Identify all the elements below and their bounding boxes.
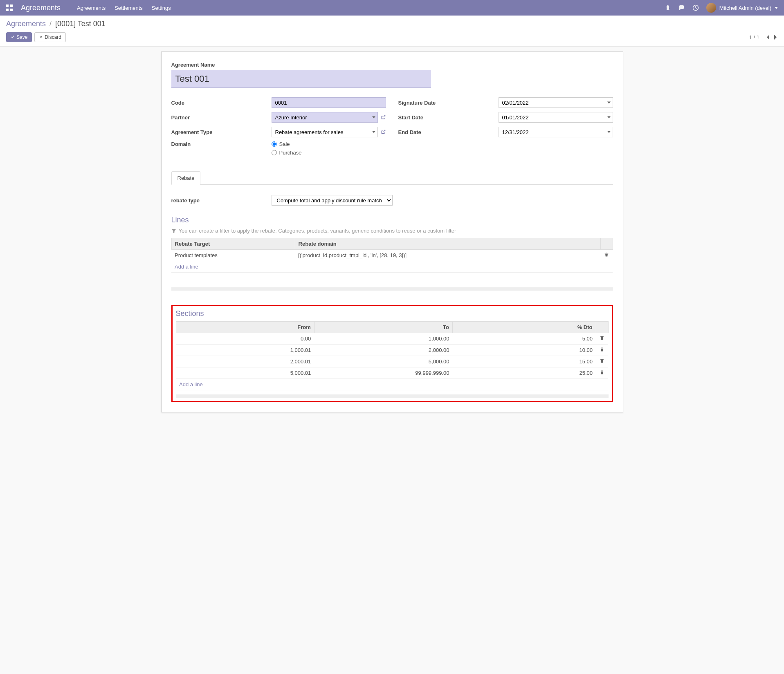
add-line[interactable]: Add a line [171, 261, 613, 273]
nav-menu: Agreements Settlements Settings [77, 5, 171, 11]
discard-button-label: Discard [45, 34, 61, 40]
breadcrumb-current: [0001] Test 001 [55, 20, 106, 28]
scrollbar[interactable] [176, 394, 609, 398]
table-row[interactable]: Product templates[('product_id.product_t… [171, 250, 613, 261]
pager-text: 1 / 1 [749, 34, 759, 40]
save-button-label: Save [16, 34, 27, 40]
trash-icon[interactable] [604, 252, 609, 257]
sigdate-label: Signature Date [398, 100, 499, 106]
domain-sale-radio[interactable]: Sale [272, 141, 302, 147]
name-input[interactable] [171, 70, 431, 88]
name-label: Agreement Name [171, 62, 613, 68]
nav-agreements[interactable]: Agreements [77, 5, 106, 11]
partner-input[interactable] [272, 112, 378, 123]
tabs: Rebate [171, 171, 613, 185]
lines-table: Rebate Target Rebate domain Product temp… [171, 238, 613, 283]
svg-rect-1 [10, 4, 13, 7]
scrollbar[interactable] [171, 287, 613, 291]
filter-icon [171, 228, 176, 233]
partner-label: Partner [171, 114, 272, 121]
user-name: Mitchell Admin (devel) [719, 5, 771, 11]
navbar-brand: Agreements [21, 4, 61, 12]
svg-rect-3 [10, 9, 13, 11]
svg-rect-2 [6, 9, 9, 11]
bug-icon[interactable] [665, 4, 671, 11]
type-input[interactable] [272, 127, 378, 137]
save-button[interactable]: Save [6, 32, 32, 42]
external-link-icon[interactable] [380, 129, 386, 135]
trash-icon[interactable] [600, 347, 604, 352]
th-target: Rebate Target [171, 238, 295, 250]
table-row[interactable]: 2,000.015,000.0015.00 [176, 356, 608, 367]
chat-icon[interactable] [678, 4, 685, 11]
control-panel: Agreements / [0001] Test 001 Save Discar… [0, 16, 784, 47]
user-menu[interactable]: Mitchell Admin (devel) [706, 3, 778, 13]
sections-title: Sections [176, 309, 609, 318]
code-label: Code [171, 100, 272, 106]
rebate-type-select[interactable]: Compute total and apply discount rule ma… [272, 195, 393, 206]
sections-highlight: Sections From To % Dto 0.001,000.005.001… [171, 305, 613, 402]
end-label: End Date [398, 129, 499, 135]
code-input[interactable] [272, 97, 386, 108]
form-sheet: Agreement Name Code Partner Agreement Ty… [161, 52, 623, 412]
add-section-line[interactable]: Add a line [176, 379, 608, 390]
nav-settlements[interactable]: Settlements [115, 5, 143, 11]
table-row[interactable]: 1,000.012,000.0010.00 [176, 345, 608, 356]
domain-purchase-radio[interactable]: Purchase [272, 150, 302, 156]
lines-title: Lines [171, 216, 613, 224]
domain-label: Domain [171, 141, 272, 147]
type-label: Agreement Type [171, 129, 272, 135]
lines-hint: You can create a filter to apply the reb… [171, 228, 613, 234]
table-row[interactable]: 0.001,000.005.00 [176, 333, 608, 345]
breadcrumb-parent[interactable]: Agreements [6, 20, 46, 28]
external-link-icon[interactable] [380, 114, 386, 120]
svg-rect-0 [6, 4, 9, 7]
nav-settings[interactable]: Settings [152, 5, 171, 11]
sigdate-input[interactable] [499, 97, 613, 108]
chevron-down-icon [775, 7, 778, 9]
th-domain: Rebate domain [295, 238, 600, 250]
trash-icon[interactable] [600, 358, 604, 363]
navbar: Agreements Agreements Settlements Settin… [0, 0, 784, 16]
rebate-type-label: rebate type [171, 197, 272, 204]
th-dto: % Dto [452, 322, 596, 333]
start-label: Start Date [398, 114, 499, 121]
pager-prev-icon[interactable] [766, 34, 771, 40]
th-from: From [176, 322, 314, 333]
table-row[interactable]: 5,000.0199,999,999.0025.00 [176, 367, 608, 379]
trash-icon[interactable] [600, 336, 604, 340]
th-to: To [314, 322, 452, 333]
tab-rebate[interactable]: Rebate [171, 171, 201, 185]
breadcrumb: Agreements / [0001] Test 001 [6, 20, 778, 28]
avatar [706, 3, 716, 13]
end-input[interactable] [499, 127, 613, 137]
trash-icon[interactable] [600, 370, 604, 375]
clock-icon[interactable] [692, 4, 699, 11]
apps-icon[interactable] [6, 4, 13, 11]
pager-next-icon[interactable] [773, 34, 778, 40]
sections-table: From To % Dto 0.001,000.005.001,000.012,… [176, 321, 609, 390]
discard-button[interactable]: Discard [34, 32, 66, 42]
start-input[interactable] [499, 112, 613, 123]
